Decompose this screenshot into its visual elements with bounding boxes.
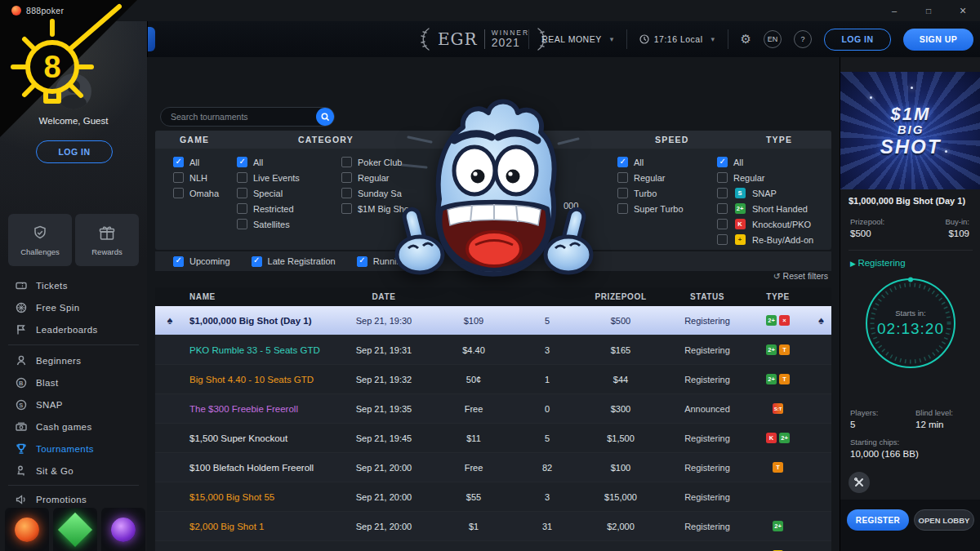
register-button[interactable]: REGISTER	[847, 509, 909, 531]
table-row[interactable]: PKO Rumble 33 - 5 Seats GTD Sep 21, 19:3…	[155, 335, 831, 365]
local-time-dropdown[interactable]: 17:16 Local	[639, 34, 715, 44]
blind-level-info: Blind level: 12 min	[915, 408, 953, 429]
promo-tile-purple[interactable]	[101, 508, 145, 551]
poker-client-window: 888poker EGR WINNER 2021 REAL MO	[0, 0, 980, 551]
tournament-name: $15,000 Big Shot 55	[185, 492, 343, 502]
blast-icon: B	[15, 376, 28, 389]
tournament-players: 5	[523, 433, 572, 443]
divider	[528, 29, 529, 49]
maximize-icon[interactable]	[911, 0, 946, 21]
filter-category-live-events[interactable]: Live Events	[237, 172, 300, 183]
sidebar-item-sit-and-go[interactable]: Sit & Go	[0, 461, 147, 481]
filter-category-special[interactable]: Special	[237, 188, 300, 198]
table-row[interactable]: The $300 Freebie Freeroll Sep 21, 19:35 …	[155, 394, 831, 424]
prizepool-info: Prizepool: $500	[850, 217, 884, 238]
tournament-buyin: $55	[425, 492, 523, 502]
search-input[interactable]	[161, 111, 316, 122]
app-title: 888poker	[26, 6, 64, 16]
starting-chips-info: Starting chips: 10,000 (166 BB)	[850, 438, 919, 459]
table-row[interactable]: $1,500 Super Knockout Sep 21, 19:45 $11 …	[155, 424, 831, 453]
checkbox	[717, 219, 728, 229]
search-button[interactable]	[316, 108, 334, 126]
filter-category-all[interactable]: All	[237, 157, 300, 167]
tournament-prizepool: $15,000	[572, 492, 670, 502]
starts-in-label: Starts in:	[863, 309, 958, 318]
filter-type-short-handed[interactable]: 2+Short Handed	[717, 203, 813, 214]
filter-type-rebuy[interactable]: +Re-Buy/Add-on	[717, 234, 813, 245]
filter-speed-super-turbo[interactable]: Super Turbo	[617, 203, 684, 214]
checkbox	[173, 188, 184, 198]
sidebar-item-free-spin[interactable]: Free Spin	[0, 298, 147, 318]
filter-category-restricted[interactable]: Restricted	[237, 203, 300, 214]
type-badge-icon: K	[766, 433, 777, 443]
tournament-status: Registering	[670, 463, 745, 473]
table-row[interactable]: $15,000 Big Shot 55 Sep 21, 20:00 $55 3 …	[155, 482, 831, 512]
filter-late-registration[interactable]: Late Registration	[252, 256, 336, 267]
close-icon[interactable]	[946, 0, 980, 21]
table-row[interactable]	[155, 541, 831, 551]
settings-gear-icon[interactable]: ⚙	[741, 32, 751, 47]
sidebar-item-beginners[interactable]: Beginners	[0, 351, 147, 371]
checkbox	[717, 172, 728, 183]
challenges-label: Challenges	[20, 247, 60, 256]
tournament-buyin: Free	[425, 463, 523, 473]
challenges-card[interactable]: Challenges	[8, 214, 72, 266]
tournament-name: PKO Rumble 33 - 5 Seats GTD	[185, 345, 343, 355]
filter-type-regular[interactable]: Regular	[717, 172, 813, 183]
table-row[interactable]: $1,000,000 Big Shot (Day 1) Sep 21, 19:3…	[155, 306, 831, 335]
table-row[interactable]: Big Shot 4.40 - 10 Seats GTD Sep 21, 19:…	[155, 365, 831, 394]
sidebar-item-tickets[interactable]: Tickets	[0, 276, 147, 295]
filter-speed-turbo[interactable]: Turbo	[617, 188, 684, 198]
knockout-badge-icon: K	[735, 219, 746, 229]
checkbox	[173, 172, 184, 183]
sidebar-item-promotions[interactable]: Promotions	[0, 490, 147, 509]
header-type: TYPE	[745, 292, 811, 301]
checkbox	[617, 172, 628, 183]
tournament-prizepool: $1,500	[572, 433, 670, 443]
minimize-icon[interactable]	[877, 0, 911, 21]
table-row[interactable]: $2,000 Big Shot 1 Sep 21, 20:00 $1 31 $2…	[155, 512, 831, 541]
signup-button[interactable]: SIGN UP	[903, 29, 973, 51]
filter-type-knockout[interactable]: KKnockout/PKO	[717, 219, 813, 229]
sidebar-item-blast[interactable]: B Blast	[0, 373, 147, 393]
filter-speed-all[interactable]: All	[617, 157, 684, 167]
checkbox	[237, 172, 247, 183]
tournament-date: Sep 21, 19:35	[343, 404, 425, 414]
help-icon[interactable]: ?	[794, 30, 812, 48]
tournament-date: Sep 21, 19:30	[343, 316, 425, 326]
promo-tile-green[interactable]	[53, 508, 97, 551]
gift-icon	[98, 224, 116, 242]
filter-game-omaha[interactable]: Omaha	[173, 188, 219, 198]
promo-line-3: SHOT	[880, 136, 942, 157]
tournament-name: $100 Blefach Holdem Freeroll	[185, 463, 343, 473]
sidebar-item-leaderboards[interactable]: Leaderboards	[0, 320, 147, 340]
real-money-dropdown[interactable]: REAL MONEY	[541, 34, 614, 44]
promo-tile-orange[interactable]	[5, 508, 49, 551]
checkbox	[237, 219, 247, 229]
open-lobby-button[interactable]: OPEN LOBBY	[914, 509, 974, 531]
speed-filter-header: SPEED	[655, 135, 689, 144]
login-button[interactable]: LOG IN	[824, 29, 891, 51]
tournament-date: Sep 21, 19:32	[343, 375, 425, 384]
checkbox	[173, 256, 184, 267]
table-header: NAME DATE PRIZEPOOL STATUS TYPE	[155, 287, 831, 306]
status-badge: Registering	[850, 258, 906, 268]
sidebar-item-cash-games[interactable]: Cash games	[0, 417, 147, 437]
checkbox	[341, 157, 352, 167]
filter-type-snap[interactable]: SSNAP	[717, 188, 813, 198]
filter-speed-regular[interactable]: Regular	[617, 172, 684, 183]
language-selector[interactable]: EN	[764, 30, 782, 48]
filter-upcoming[interactable]: Upcoming	[173, 256, 230, 267]
header-name: NAME	[185, 292, 343, 301]
filter-type-all[interactable]: All	[717, 157, 813, 167]
filter-game-nlh[interactable]: NLH	[173, 172, 219, 183]
rewards-card[interactable]: Rewards	[75, 214, 139, 266]
checkbox	[237, 188, 247, 198]
sidebar-item-tournaments[interactable]: Tournaments	[0, 439, 147, 459]
filter-category-satellites[interactable]: Satellites	[237, 219, 300, 229]
table-row[interactable]: $100 Blefach Holdem Freeroll Sep 21, 20:…	[155, 453, 831, 482]
table-features-button[interactable]	[849, 472, 870, 493]
filter-game-all[interactable]: All	[173, 157, 219, 167]
sidebar-item-snap[interactable]: S SNAP	[0, 395, 147, 415]
app-logo: 888poker	[0, 0, 980, 21]
